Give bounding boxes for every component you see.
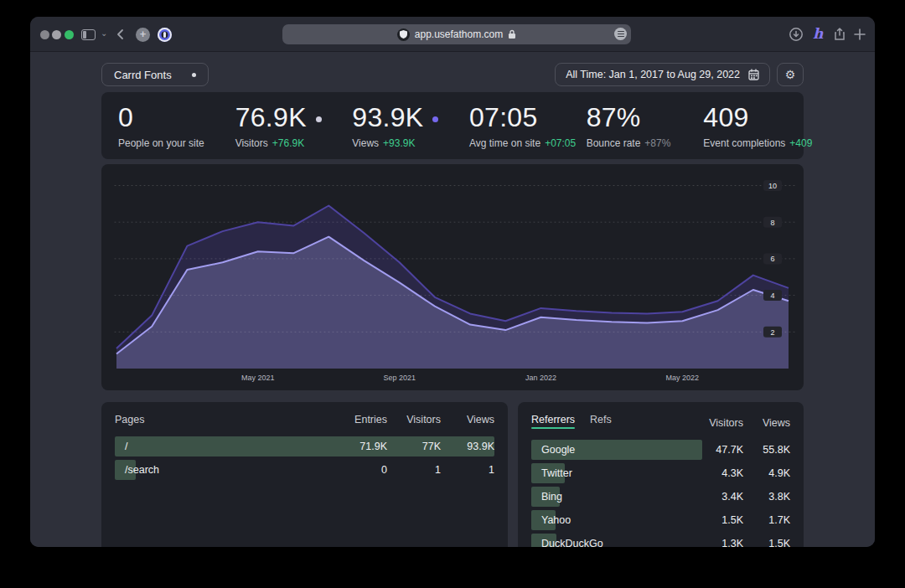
- cell-visitors: 47.7K: [696, 444, 743, 456]
- tab-refs[interactable]: Refs: [590, 414, 612, 429]
- table-row[interactable]: Yahoo 1.5K 1.7K: [531, 510, 790, 530]
- tab-referrers[interactable]: Referrers: [531, 414, 575, 429]
- cell-views: 3.8K: [743, 491, 790, 503]
- browser-window: ⌄ + app.usefathom.com h: [30, 17, 875, 547]
- back-icon[interactable]: [115, 27, 127, 42]
- cell-views: 1: [441, 464, 494, 476]
- referrer-name: Bing: [531, 491, 696, 503]
- traffic-chart: 246810May 2021Sep 2021Jan 2022May 2022: [101, 164, 804, 390]
- url-text: app.usefathom.com: [415, 28, 503, 40]
- cell-views: 1.7K: [743, 514, 790, 526]
- referrer-name: Twitter: [531, 467, 696, 479]
- column-views: Views: [743, 417, 790, 429]
- stat-bounce-rate[interactable]: 87% Bounce rate+87%: [570, 92, 687, 159]
- pages-table-card: Pages Entries Visitors Views / 71.9K 77K…: [101, 402, 508, 547]
- stat-label: Avg time on site: [469, 137, 540, 149]
- svg-text:May 2021: May 2021: [241, 374, 275, 382]
- stat-value: 87%: [587, 104, 641, 132]
- chevron-down-icon[interactable]: ⌄: [101, 28, 107, 38]
- column-entries: Entries: [334, 414, 387, 426]
- sidebar-toggle-icon[interactable]: [81, 29, 96, 40]
- cell-views: 55.8K: [743, 444, 790, 456]
- table-row[interactable]: DuckDuckGo 1.3K 1.5K: [531, 534, 790, 547]
- column-views: Views: [441, 414, 494, 426]
- share-icon[interactable]: [832, 27, 847, 42]
- stat-people-on-site[interactable]: 0 People on your site: [101, 92, 219, 159]
- tracker-report-icon[interactable]: [614, 28, 627, 40]
- pages-title: Pages: [115, 414, 334, 426]
- site-name: Carrd Fonts: [114, 69, 172, 81]
- address-bar[interactable]: app.usefathom.com: [282, 24, 631, 44]
- stat-delta: +76.9K: [272, 137, 304, 149]
- stat-avg-time[interactable]: 07:05 Avg time on site+07:05: [452, 92, 570, 159]
- cell-views: 93.9K: [441, 441, 494, 452]
- downloads-icon[interactable]: [789, 27, 804, 42]
- stat-value: 93.9K: [352, 104, 423, 132]
- svg-text:4: 4: [770, 291, 774, 300]
- table-row[interactable]: Bing 3.4K 3.8K: [531, 487, 790, 507]
- page-path: /: [115, 441, 334, 452]
- cell-views: 1.5K: [743, 538, 790, 547]
- column-visitors: Visitors: [387, 414, 441, 426]
- referrers-table-header: Referrers Refs Visitors Views: [531, 414, 790, 429]
- calendar-icon: [748, 69, 759, 80]
- new-tab-icon[interactable]: [852, 27, 867, 42]
- referrers-table-card: Referrers Refs Visitors Views Google: [518, 402, 804, 547]
- settings-button[interactable]: ⚙: [777, 63, 804, 86]
- window-close-button[interactable]: [40, 30, 49, 39]
- svg-text:Sep 2021: Sep 2021: [383, 374, 416, 382]
- stat-value: 76.9K: [235, 104, 307, 132]
- site-favicon: [397, 28, 410, 41]
- new-item-icon[interactable]: +: [136, 28, 150, 42]
- table-row[interactable]: Google 47.7K 55.8K: [531, 440, 790, 460]
- views-series-dot: [432, 116, 438, 122]
- window-minimize-button[interactable]: [52, 30, 61, 39]
- table-row[interactable]: / 71.9K 77K 93.9K: [115, 436, 494, 456]
- active-tab-underline: [531, 427, 575, 429]
- stat-label: Visitors: [235, 137, 268, 149]
- stat-delta: +409: [789, 137, 812, 149]
- column-visitors: Visitors: [696, 417, 743, 429]
- cell-visitors: 1.5K: [696, 514, 743, 526]
- stat-label: People on your site: [118, 137, 204, 149]
- dashboard-header: Carrd Fonts All Time: Jan 1, 2017 to Aug…: [101, 63, 804, 86]
- cell-views: 4.9K: [743, 467, 790, 479]
- live-indicator-dot: [192, 73, 196, 77]
- gear-icon: ⚙: [785, 68, 796, 81]
- stat-value: 0: [118, 104, 133, 132]
- stat-value: 409: [703, 104, 748, 132]
- fathom-extension-icon[interactable]: h: [813, 25, 828, 40]
- stat-value: 07:05: [469, 104, 538, 132]
- cell-entries: 0: [334, 464, 387, 476]
- tab-label: Refs: [590, 414, 612, 426]
- tab-label: Referrers: [531, 414, 575, 426]
- stat-delta: +93.9K: [383, 137, 415, 149]
- table-row[interactable]: /search 0 1 1: [115, 460, 494, 480]
- traffic-chart-card: 246810May 2021Sep 2021Jan 2022May 2022: [101, 164, 804, 390]
- stat-visitors[interactable]: 76.9K Visitors+76.9K: [219, 92, 336, 159]
- date-range-button[interactable]: All Time: Jan 1, 2017 to Aug 29, 2022: [555, 63, 770, 86]
- window-zoom-button[interactable]: [65, 30, 74, 39]
- stat-label: Event completions: [703, 137, 785, 149]
- stat-delta: +87%: [644, 137, 670, 149]
- cell-visitors: 4.3K: [696, 467, 743, 479]
- svg-text:2: 2: [770, 328, 774, 337]
- svg-text:10: 10: [768, 182, 777, 190]
- cell-visitors: 1: [387, 464, 441, 476]
- stat-label: Views: [352, 137, 379, 149]
- stat-event-completions[interactable]: 409 Event completions+409: [686, 92, 804, 159]
- table-row[interactable]: Twitter 4.3K 4.9K: [531, 463, 790, 483]
- referrer-name: Google: [531, 444, 696, 456]
- dashboard-page: Carrd Fonts All Time: Jan 1, 2017 to Aug…: [30, 52, 875, 547]
- onepassword-extension-icon[interactable]: [158, 28, 172, 42]
- cell-visitors: 77K: [387, 441, 441, 452]
- stats-summary-card: 0 People on your site 76.9K Visitors+76.…: [101, 92, 804, 159]
- cell-entries: 71.9K: [334, 441, 387, 452]
- stat-views[interactable]: 93.9K Views+93.9K: [335, 92, 452, 159]
- cell-visitors: 3.4K: [696, 491, 743, 503]
- site-switcher-button[interactable]: Carrd Fonts: [101, 63, 209, 86]
- svg-text:6: 6: [770, 255, 774, 263]
- visitors-series-dot: [316, 116, 322, 122]
- date-range-label: All Time: Jan 1, 2017 to Aug 29, 2022: [566, 69, 740, 80]
- pages-table-header: Pages Entries Visitors Views: [115, 414, 494, 426]
